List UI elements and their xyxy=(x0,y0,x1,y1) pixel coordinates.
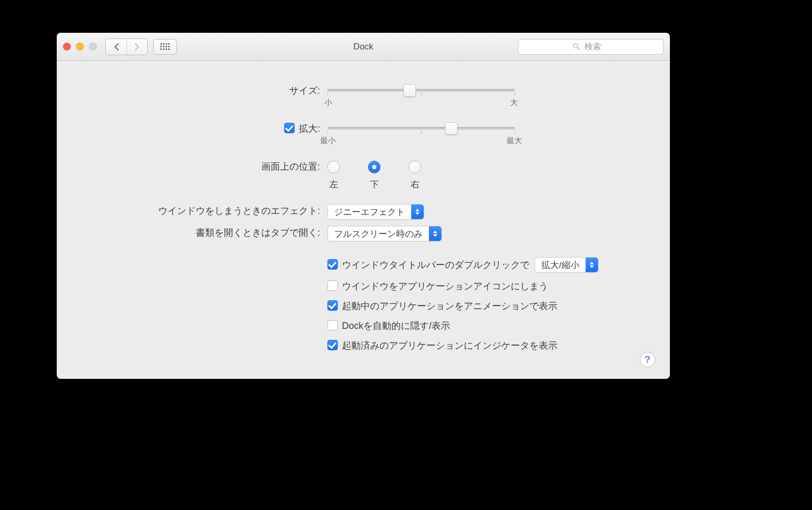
animate-open-label: 起動中のアプリケーションをアニメーションで表示 xyxy=(342,300,557,312)
show-all-button[interactable] xyxy=(153,39,177,55)
search-icon xyxy=(573,43,580,50)
position-radio-group: 左 下 右 xyxy=(327,160,654,190)
window-controls xyxy=(63,43,97,50)
dblclick-action-value: 拡大/縮小 xyxy=(535,259,586,271)
minimize-effect-label: ウインドウをしまうときのエフェクト: xyxy=(72,204,327,218)
grid-icon xyxy=(160,43,170,50)
indicators-label: 起動済みのアプリケーションにインジケータを表示 xyxy=(342,339,557,352)
dblclick-label: ウインドウタイトルバーのダブルクリックで xyxy=(342,259,529,271)
nav-back-forward xyxy=(105,39,148,55)
magnify-label: 拡大: xyxy=(299,122,320,135)
chevron-right-icon xyxy=(134,43,140,51)
help-button[interactable]: ? xyxy=(640,352,655,367)
chevron-left-icon xyxy=(113,43,119,51)
search-field[interactable] xyxy=(518,39,664,55)
updown-arrows-icon xyxy=(586,258,598,272)
open-tabs-label: 書類を開くときはタブで開く: xyxy=(72,226,327,239)
position-label: 画面上の位置: xyxy=(72,160,327,173)
updown-arrows-icon xyxy=(429,226,441,241)
position-radio-bottom[interactable] xyxy=(368,161,380,173)
autohide-checkbox[interactable] xyxy=(327,320,338,330)
dblclick-action-popup[interactable]: 拡大/縮小 xyxy=(535,257,599,273)
magnify-checkbox[interactable] xyxy=(284,123,295,133)
forward-button xyxy=(126,39,147,55)
position-radio-right[interactable] xyxy=(409,161,421,173)
size-min-label: 小 xyxy=(324,98,332,108)
zoom-button xyxy=(89,43,97,50)
minimize-effect-popup[interactable]: ジニーエフェクト xyxy=(327,204,424,220)
size-max-label: 大 xyxy=(510,98,518,108)
back-button[interactable] xyxy=(106,39,126,55)
minimize-button[interactable] xyxy=(76,43,84,50)
magnify-max-label: 最大 xyxy=(506,136,522,146)
size-label: サイズ: xyxy=(72,84,327,97)
dblclick-checkbox[interactable] xyxy=(327,259,338,270)
position-radio-right-label: 右 xyxy=(411,178,420,190)
preferences-window: Dock サイズ: 小 大 xyxy=(57,33,670,379)
open-tabs-value: フルスクリーン時のみ xyxy=(328,228,429,240)
open-tabs-popup[interactable]: フルスクリーン時のみ xyxy=(327,226,442,241)
position-radio-left[interactable] xyxy=(327,161,340,173)
magnify-min-label: 最小 xyxy=(320,136,336,146)
titlebar: Dock xyxy=(57,33,670,61)
position-radio-left-label: 左 xyxy=(329,178,338,190)
position-radio-bottom-label: 下 xyxy=(370,178,379,190)
magnify-slider[interactable]: 最小 最大 xyxy=(327,127,515,146)
pane-body: サイズ: 小 大 拡大: xyxy=(57,61,670,379)
close-button[interactable] xyxy=(63,43,71,50)
autohide-label: Dockを自動的に隠す/表示 xyxy=(342,320,450,332)
animate-open-checkbox[interactable] xyxy=(327,300,338,311)
minimize-to-app-checkbox[interactable] xyxy=(327,280,338,291)
minimize-effect-value: ジニーエフェクト xyxy=(328,206,411,218)
minimize-to-app-label: ウインドウをアプリケーションアイコンにしまう xyxy=(342,280,548,292)
indicators-checkbox[interactable] xyxy=(327,340,338,350)
updown-arrows-icon xyxy=(411,205,424,219)
search-input[interactable] xyxy=(583,42,610,52)
size-slider[interactable]: 小 大 xyxy=(327,89,515,108)
svg-line-1 xyxy=(577,48,579,50)
